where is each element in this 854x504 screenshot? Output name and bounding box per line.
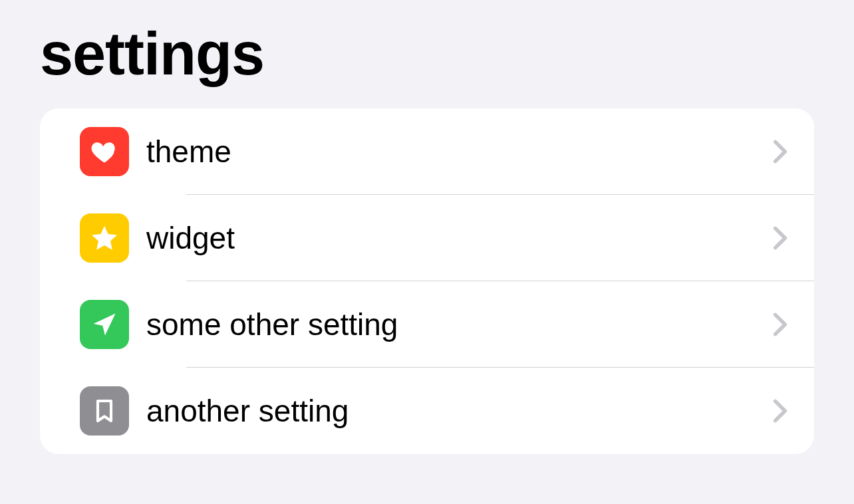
chevron-right-icon	[773, 139, 787, 164]
settings-row-another-setting[interactable]: another setting	[40, 368, 814, 454]
page-title: settings	[40, 20, 814, 88]
chevron-right-icon	[773, 398, 787, 424]
settings-row-some-other-setting[interactable]: some other setting	[40, 281, 814, 368]
location-arrow-icon	[80, 300, 129, 349]
chevron-right-icon	[773, 312, 787, 337]
settings-row-label: another setting	[146, 393, 773, 429]
heart-icon	[80, 127, 129, 176]
star-icon	[80, 213, 129, 263]
settings-row-label: some other setting	[146, 307, 773, 342]
settings-row-label: widget	[146, 220, 773, 256]
bookmark-icon	[80, 386, 129, 436]
settings-row-widget[interactable]: widget	[40, 195, 814, 281]
settings-row-label: theme	[146, 134, 773, 170]
chevron-right-icon	[773, 225, 787, 251]
settings-row-theme[interactable]: theme	[40, 108, 814, 195]
settings-list: theme widget some other setting	[40, 108, 814, 454]
